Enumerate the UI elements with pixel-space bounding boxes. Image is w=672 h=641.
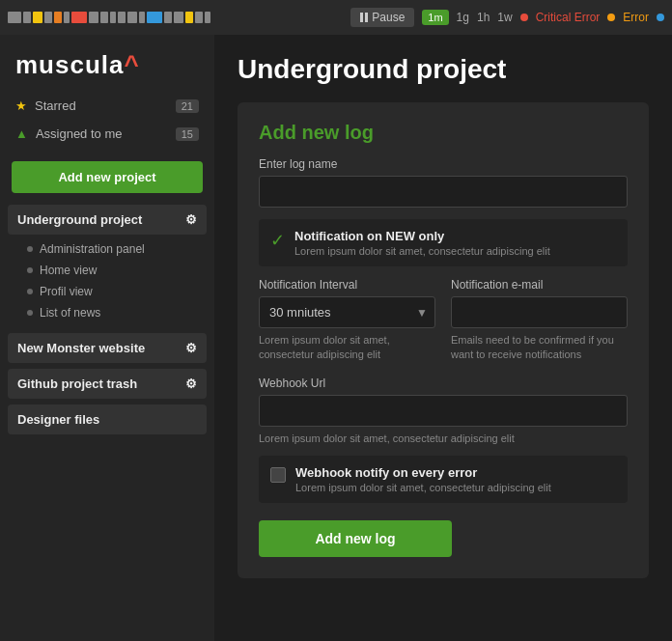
dot-admin <box>27 246 33 252</box>
project-title-monster: New Monster website <box>17 341 145 355</box>
interval-help: Lorem ipsum dolor sit amet, consectetur … <box>259 333 435 363</box>
email-input[interactable] <box>451 296 628 328</box>
critical-error-dot <box>520 14 528 21</box>
gear-icon-underground[interactable]: ⚙ <box>185 212 197 227</box>
webhook-section: Webhook Url Lorem ipsum dolor sit amet, … <box>259 376 628 503</box>
project-item-admin[interactable]: Administration panel <box>21 238 207 260</box>
form-card: Add new log Enter log name ✓ Notificatio… <box>238 102 649 578</box>
top-bar: Pause 1m 1g 1h 1w Critical Error Error <box>0 0 672 35</box>
project-header-github[interactable]: Github project trash ⚙ <box>8 369 207 399</box>
form-section-title: Add new log <box>259 122 628 144</box>
sidebar-nav: ★ Starred 21 ▲ Assigned to me 15 <box>0 92 214 155</box>
interval-select-wrapper: 30 mniutes 1 hour 6 hours ▼ <box>259 296 435 328</box>
project-title-github: Github project trash <box>17 376 137 391</box>
sidebar: muscula^ ★ Starred 21 ▲ Assigned to me 1… <box>0 35 214 641</box>
error-dot <box>607 14 615 21</box>
gear-icon-github[interactable]: ⚙ <box>185 376 197 391</box>
project-title-designer: Designer files <box>17 412 99 427</box>
time-1g-link[interactable]: 1g <box>457 11 469 24</box>
pause-label: Pause <box>372 11 405 24</box>
star-icon: ★ <box>15 98 27 113</box>
project-section-underground: Underground project ⚙ Administration pan… <box>8 205 207 327</box>
nav-left-assigned: ▲ Assigned to me <box>15 126 122 141</box>
logo: muscula^ <box>15 50 199 80</box>
webhook-checkbox-row[interactable]: Webhook notify on every error Lorem ipsu… <box>259 456 628 503</box>
logo-accent: ^ <box>125 50 140 79</box>
starred-badge: 21 <box>176 99 199 113</box>
top-controls: Pause 1m 1g 1h 1w Critical Error Error <box>350 8 664 27</box>
project-items-underground: Administration panel Home view Profil vi… <box>8 235 207 327</box>
error-label: Error <box>623 11 649 24</box>
assigned-badge: 15 <box>176 127 199 141</box>
check-icon: ✓ <box>270 230 285 251</box>
time-1h-link[interactable]: 1h <box>477 11 490 24</box>
starred-label: Starred <box>35 98 76 113</box>
project-section-designer[interactable]: Designer files <box>8 404 207 434</box>
page-title: Underground project <box>238 54 649 85</box>
webhook-help: Lorem ipsum dolor sit amet, consectetur … <box>259 432 628 446</box>
item-profil-label: Profil view <box>40 285 93 298</box>
project-title-underground: Underground project <box>17 212 142 227</box>
sidebar-item-assigned[interactable]: ▲ Assigned to me 15 <box>12 120 203 148</box>
color-strip <box>8 12 345 23</box>
sidebar-item-starred[interactable]: ★ Starred 21 <box>12 92 203 120</box>
item-admin-label: Administration panel <box>40 242 145 256</box>
email-column: Notification e-mail Emails need to be co… <box>451 278 628 363</box>
item-home-label: Home view <box>40 264 97 277</box>
webhook-checkbox[interactable] <box>270 467 286 483</box>
item-news-label: List of news <box>40 306 100 320</box>
pause-icon <box>360 13 368 22</box>
webhook-checkbox-text: Webhook notify on every error Lorem ipsu… <box>295 465 551 493</box>
submit-button[interactable]: Add new log <box>259 520 452 557</box>
notification-row[interactable]: ✓ Notification on NEW only Lorem ipsum d… <box>259 219 628 266</box>
notification-text: Notification on NEW only Lorem ipsum dol… <box>294 229 550 257</box>
critical-error-label: Critical Error <box>536 11 601 24</box>
notification-subtitle: Lorem ipsum dolor sit amet, consectetur … <box>294 245 550 257</box>
assigned-label: Assigned to me <box>36 126 123 141</box>
project-section-monster: New Monster website ⚙ <box>8 333 207 363</box>
project-section-github: Github project trash ⚙ <box>8 369 207 399</box>
content-area: Underground project Add new log Enter lo… <box>214 35 672 641</box>
two-col-row: Notification Interval 30 mniutes 1 hour … <box>259 278 628 363</box>
project-item-news[interactable]: List of news <box>21 302 207 323</box>
interval-column: Notification Interval 30 mniutes 1 hour … <box>259 278 435 363</box>
nav-left-starred: ★ Starred <box>15 98 76 113</box>
dot-news <box>27 310 33 316</box>
log-name-label: Enter log name <box>259 157 628 171</box>
webhook-label: Webhook Url <box>259 376 628 390</box>
time-1m-button[interactable]: 1m <box>422 10 448 25</box>
email-label: Notification e-mail <box>451 278 628 292</box>
project-item-profil[interactable]: Profil view <box>21 281 207 302</box>
project-header-monster[interactable]: New Monster website ⚙ <box>8 333 207 363</box>
main-layout: muscula^ ★ Starred 21 ▲ Assigned to me 1… <box>0 35 672 641</box>
gear-icon-monster[interactable]: ⚙ <box>185 341 197 355</box>
webhook-input[interactable] <box>259 395 628 427</box>
webhook-checkbox-subtitle: Lorem ipsum dolor sit amet, consectetur … <box>295 482 551 493</box>
project-item-home[interactable]: Home view <box>21 260 207 281</box>
webhook-checkbox-title: Webhook notify on every error <box>295 465 551 480</box>
blue-dot <box>657 14 664 21</box>
interval-select[interactable]: 30 mniutes 1 hour 6 hours <box>259 296 435 328</box>
pause-button[interactable]: Pause <box>350 8 414 27</box>
log-name-input[interactable] <box>259 176 628 208</box>
notification-title: Notification on NEW only <box>294 229 550 243</box>
project-header-underground[interactable]: Underground project ⚙ <box>8 205 207 235</box>
interval-label: Notification Interval <box>259 278 435 292</box>
logo-area: muscula^ <box>0 35 214 92</box>
dot-home <box>27 267 33 273</box>
email-help: Emails need to be confirmed if you want … <box>451 333 628 363</box>
dot-profil <box>27 289 33 294</box>
user-icon: ▲ <box>15 126 28 141</box>
add-project-button[interactable]: Add new project <box>12 161 203 193</box>
time-1w-link[interactable]: 1w <box>497 11 512 24</box>
